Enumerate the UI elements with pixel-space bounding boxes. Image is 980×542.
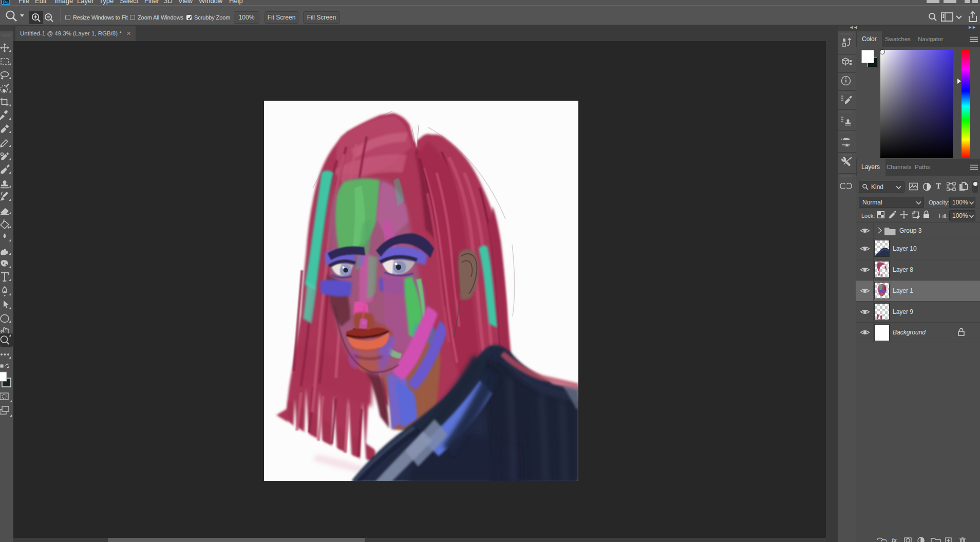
svg-text:fx: fx	[892, 537, 897, 542]
